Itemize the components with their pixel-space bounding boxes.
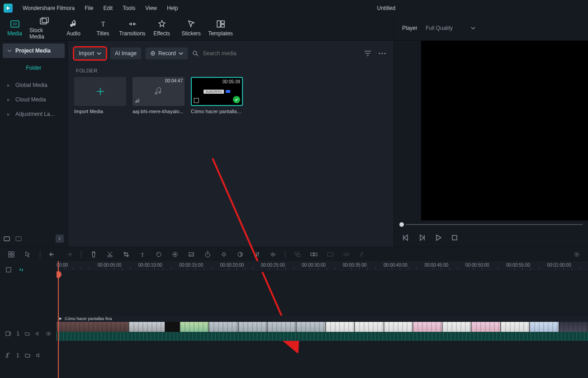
- player-scrubber[interactable]: [394, 220, 588, 229]
- audio-track[interactable]: [57, 344, 588, 363]
- scrubber-knob[interactable]: [399, 222, 404, 227]
- sidebar-item-folder[interactable]: Folder: [3, 61, 65, 75]
- mask-tool[interactable]: [236, 250, 244, 258]
- sidebar-item-global[interactable]: ▸Global Media: [3, 78, 65, 92]
- card-video[interactable]: 00:05:38 SUSCRITO Cómo hacer pantallas .…: [191, 77, 243, 114]
- grid-tool[interactable]: [7, 250, 15, 258]
- speed-tool[interactable]: [155, 250, 163, 258]
- sidebar-head-project-media[interactable]: Project Media: [3, 43, 65, 58]
- timeline-ruler[interactable]: 00:0000:00:05:0000:00:10:0000:00:15:0000…: [57, 261, 588, 272]
- tab-media[interactable]: Media: [0, 16, 29, 40]
- tab-titles-label: Titles: [96, 30, 109, 37]
- link-icon[interactable]: [18, 267, 24, 273]
- sidebar-item-cloud[interactable]: ▸Cloud Media: [3, 92, 65, 107]
- player-viewer[interactable]: [421, 41, 588, 220]
- audio-thumb[interactable]: 00:04:47: [133, 77, 185, 106]
- settings-gear-button[interactable]: [573, 250, 581, 258]
- adjust-tool[interactable]: [252, 250, 261, 258]
- play-button[interactable]: [435, 234, 442, 241]
- tab-templates[interactable]: Templates: [206, 16, 235, 40]
- folder-icon[interactable]: [25, 353, 30, 358]
- import-thumb[interactable]: [74, 77, 126, 106]
- keyframe-tool[interactable]: [220, 250, 228, 258]
- folder-label: Folder: [26, 65, 41, 71]
- menu-view[interactable]: View: [145, 5, 157, 11]
- prev-frame-button[interactable]: [402, 234, 409, 241]
- card-audio[interactable]: 00:04:47 aaj-bhi-mere-khayalo...: [133, 77, 185, 114]
- player-controls: [394, 229, 588, 247]
- tab-effects[interactable]: Effects: [147, 16, 176, 40]
- cut-button[interactable]: [106, 250, 114, 258]
- sidebar-collapse[interactable]: [56, 234, 64, 243]
- search-input[interactable]: [202, 50, 275, 57]
- eye-icon[interactable]: [46, 331, 51, 336]
- ruler-tick: 00:00:30:00: [302, 263, 326, 268]
- collapse-icon[interactable]: [5, 267, 12, 273]
- ruler-tick: 00:01:00:00: [547, 263, 571, 268]
- timeline-main[interactable]: 00:0000:00:05:0000:00:10:0000:00:15:0000…: [57, 261, 588, 378]
- sidebar-item-adjustment[interactable]: ▸Adjustment La...: [3, 107, 65, 121]
- svg-line-14: [196, 54, 198, 56]
- tab-stickers[interactable]: Stickers: [176, 16, 206, 40]
- timer-tool[interactable]: [204, 250, 212, 258]
- menu-tools[interactable]: Tools: [123, 5, 135, 11]
- mute-icon[interactable]: [35, 331, 40, 336]
- video-thumb[interactable]: 00:05:38 SUSCRITO: [191, 77, 243, 106]
- transitions-icon: [128, 19, 137, 29]
- record-button[interactable]: Record: [146, 48, 188, 59]
- quality-dropdown[interactable]: Full Quality: [426, 25, 475, 31]
- folder-icon[interactable]: [25, 331, 30, 336]
- render-tool[interactable]: [326, 250, 334, 258]
- stop-button[interactable]: [451, 234, 458, 241]
- timeline-view-controls: [0, 265, 57, 275]
- menu-help[interactable]: Help: [167, 5, 178, 11]
- card-audio-label: aaj-bhi-mere-khayalo...: [133, 109, 185, 114]
- svg-rect-39: [222, 252, 226, 256]
- card-video-label: Cómo hacer pantallas ...: [191, 109, 243, 114]
- bin-tool[interactable]: [342, 250, 351, 258]
- delete-button[interactable]: [90, 250, 98, 258]
- cursor-tool[interactable]: [24, 250, 32, 258]
- tab-transitions[interactable]: Transitions: [118, 16, 147, 40]
- svg-rect-3: [40, 19, 47, 24]
- motion-tool[interactable]: [187, 250, 195, 258]
- text-tool[interactable]: T: [138, 250, 147, 258]
- import-button[interactable]: Import: [74, 48, 106, 59]
- menu-edit[interactable]: Edit: [104, 5, 113, 11]
- playhead[interactable]: [58, 261, 59, 378]
- ai-image-button[interactable]: AI Image: [110, 48, 141, 59]
- svg-point-15: [379, 53, 380, 54]
- redo-button[interactable]: [65, 250, 73, 258]
- timeline-track-headers: 1 1: [0, 261, 57, 378]
- more-button[interactable]: [377, 48, 387, 58]
- tab-stock-media[interactable]: Stock Media: [29, 16, 59, 40]
- mute-icon[interactable]: [36, 353, 41, 358]
- tab-media-label: Media: [7, 30, 22, 37]
- folder-plus-icon[interactable]: [4, 235, 10, 242]
- search-field[interactable]: [192, 50, 358, 57]
- undo-button[interactable]: [48, 250, 57, 258]
- audio-beat-tool[interactable]: [269, 250, 277, 258]
- overlap-tool[interactable]: [310, 250, 318, 258]
- card-import-media[interactable]: Import Media: [74, 77, 126, 114]
- scrubber-bar[interactable]: [406, 224, 583, 225]
- svg-marker-0: [7, 6, 10, 10]
- tab-titles[interactable]: T Titles: [88, 16, 118, 40]
- folder-link-icon[interactable]: [15, 235, 22, 242]
- audio-sync-tool[interactable]: [359, 250, 367, 258]
- svg-rect-4: [42, 17, 48, 23]
- ruler-tick: 00:00:05:00: [97, 263, 121, 268]
- stickers-icon: [187, 19, 195, 29]
- video-track-clip[interactable]: Cómo hacer pantallas fina: [57, 316, 588, 341]
- play-pause-button[interactable]: [418, 234, 426, 241]
- group-tool[interactable]: [294, 250, 302, 258]
- app-name: Wondershare Filmora: [23, 5, 75, 11]
- crop-button[interactable]: [122, 250, 130, 258]
- filter-button[interactable]: [363, 48, 373, 58]
- svg-rect-25: [9, 252, 11, 254]
- menu-file[interactable]: File: [85, 5, 93, 11]
- color-tool[interactable]: [171, 250, 179, 258]
- audio-track-header[interactable]: 1: [0, 345, 57, 366]
- video-track-header[interactable]: 1: [0, 323, 57, 345]
- tab-audio[interactable]: Audio: [59, 16, 88, 40]
